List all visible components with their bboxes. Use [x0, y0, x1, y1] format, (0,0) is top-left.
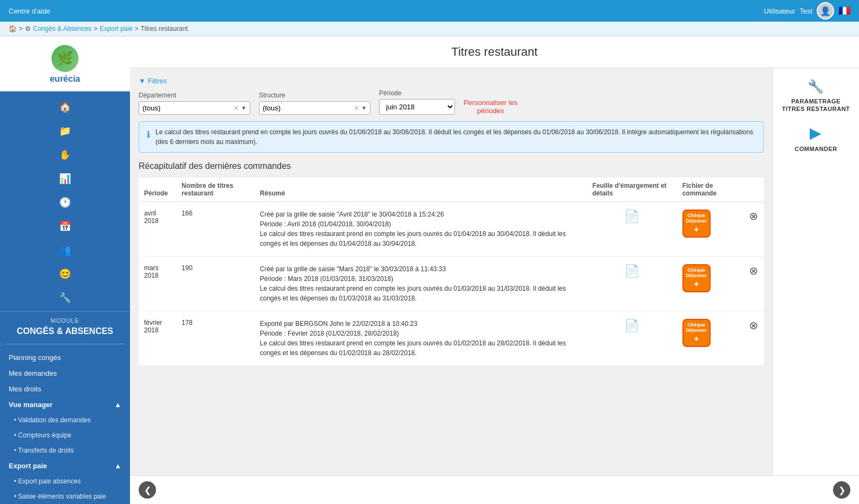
nav-arrows: ❮ ❯ [130, 475, 859, 504]
nav-icon-users[interactable]: 👥 [55, 240, 75, 260]
table-row: février 2018178Exporté par BERGSON John … [139, 311, 764, 366]
wrench-icon: 🔧 [808, 79, 824, 94]
nav-icon-folder[interactable]: 📁 [55, 121, 75, 141]
structure-clear-icon[interactable]: ✕ [354, 104, 359, 112]
logo-icon: 🌿 [51, 45, 79, 72]
col-fichier: Fichier de commande [677, 178, 744, 202]
table-header-row: Période Nombre de titres restaurant Résu… [139, 178, 764, 202]
nav-icon-face[interactable]: 😊 [55, 264, 75, 284]
col-feuille: Feuille d'émargement et détails [587, 178, 677, 202]
cell-fichier-2[interactable]: ChèqueDéjeuner+ [677, 311, 744, 366]
filter-periode: Période juin 2018 [379, 89, 455, 115]
sidebar: 🌿 eurécia 🏠 📁 ✋ 📊 🕐 📅 👥 😊 🔧 MODULE CONGÉ… [0, 36, 130, 504]
home-icon[interactable]: 🏠 [9, 25, 17, 32]
cheque-badge-2[interactable]: ChèqueDéjeuner+ [682, 319, 711, 347]
cell-nombre-0: 166 [176, 202, 254, 257]
language-flag[interactable]: 🇫🇷 [838, 5, 850, 17]
departement-caret-icon[interactable]: ▼ [241, 105, 246, 111]
cell-delete-2[interactable]: ⊗ [744, 311, 764, 366]
structure-input[interactable] [263, 104, 354, 112]
chevron-up-icon: ▲ [114, 401, 121, 409]
commandes-table: Période Nombre de titres restaurant Résu… [139, 178, 764, 365]
delete-button-1[interactable]: ⊗ [749, 265, 758, 277]
cell-delete-0[interactable]: ⊗ [744, 202, 764, 257]
sidebar-item-export-paie[interactable]: Export paie ▲ [0, 458, 130, 474]
breadcrumb: 🏠 > ⚙ Congés & Absences > Export paie > … [0, 22, 859, 36]
breadcrumb-export-paie[interactable]: Export paie [100, 25, 133, 32]
logo-area: 🌿 eurécia [0, 36, 130, 91]
user-area: Utilisateur Test 👤 🇫🇷 [764, 2, 850, 19]
nav-icon-clock[interactable]: 🕐 [55, 192, 75, 213]
sidebar-item-planning[interactable]: Planning congés [0, 350, 130, 365]
file-icon-emargement-2[interactable]: 📄 [624, 319, 639, 332]
centre-aide-label: Centre d'aide [9, 7, 50, 15]
cell-periode-0: avril 2018 [139, 202, 176, 257]
sidebar-item-demandes[interactable]: Mes demandes [0, 365, 130, 381]
cheque-badge-0[interactable]: ChèqueDéjeuner+ [682, 210, 711, 238]
prev-button[interactable]: ❮ [139, 481, 156, 499]
table-row: mars 2018190Créé par la grille de saisie… [139, 257, 764, 311]
nav-icon-home[interactable]: 🏠 [55, 97, 75, 117]
next-button[interactable]: ❯ [833, 481, 850, 499]
module-name: CONGÉS & ABSENCES [0, 326, 130, 342]
departement-input[interactable] [142, 104, 233, 112]
file-icon-emargement-1[interactable]: 📄 [624, 264, 639, 278]
filter-structure: Structure ✕ ▼ [259, 91, 370, 115]
filter-departement: Département ✕ ▼ [139, 91, 250, 115]
cell-delete-1[interactable]: ⊗ [744, 257, 764, 311]
cell-feuille-1[interactable]: 📄 [587, 257, 677, 311]
chevron-up-icon-2: ▲ [114, 462, 121, 470]
cheque-badge-1[interactable]: ChèqueDéjeuner+ [682, 264, 711, 292]
avatar[interactable]: 👤 [817, 2, 834, 19]
page-title: Titres restaurant [139, 45, 850, 59]
commander-label: COMMANDER [795, 145, 837, 153]
sidebar-item-compteurs[interactable]: • Compteurs équipe [0, 428, 130, 443]
module-label: MODULE [0, 312, 130, 326]
file-icon-emargement-0[interactable]: 📄 [624, 210, 639, 223]
personaliser-periodes-link[interactable]: Personnaliser lespériodes [464, 99, 518, 115]
parametrage-item[interactable]: 🔧 PARAMETRAGETITRES RESTAURANT [782, 79, 850, 113]
nav-icon-calendar[interactable]: 📅 [55, 216, 75, 237]
nav-icon-hand[interactable]: ✋ [55, 145, 75, 165]
cell-feuille-0[interactable]: 📄 [587, 202, 677, 257]
periode-label: Période [379, 89, 455, 97]
commander-arrow-icon: ▶ [810, 124, 822, 142]
departement-clear-icon[interactable]: ✕ [233, 104, 239, 112]
cell-feuille-2[interactable]: 📄 [587, 311, 677, 366]
page-header: Titres restaurant [130, 36, 859, 68]
nav-icon-wrench[interactable]: 🔧 [55, 287, 75, 308]
cell-nombre-1: 190 [176, 257, 254, 311]
sidebar-item-droits[interactable]: Mes droits [0, 381, 130, 397]
filters-row: Département ✕ ▼ Structure ✕ [139, 89, 764, 115]
periode-select[interactable]: juin 2018 [379, 99, 455, 115]
cell-resume-2: Exporté par BERGSON John le 22/02/2018 à… [255, 311, 587, 366]
filter-chevron-icon: ▼ [139, 77, 146, 85]
col-nombre: Nombre de titres restaurant [176, 178, 254, 202]
cell-fichier-0[interactable]: ChèqueDéjeuner+ [677, 202, 744, 257]
content-area: Titres restaurant ▼ ▼ Filtres Filtres Dé… [130, 36, 859, 504]
sidebar-item-vue-manager[interactable]: Vue manager ▲ [0, 397, 130, 413]
structure-caret-icon[interactable]: ▼ [361, 105, 367, 111]
sidebar-item-validation[interactable]: • Validation des demandes [0, 413, 130, 428]
user-label: Utilisateur [764, 7, 795, 15]
sidebar-item-export-absences[interactable]: • Export paie absences [0, 474, 130, 489]
departement-select-wrap[interactable]: ✕ ▼ [139, 101, 250, 115]
delete-button-0[interactable]: ⊗ [749, 210, 758, 222]
filters-section: ▼ ▼ Filtres Filtres Département ✕ ▼ [139, 77, 764, 115]
table-section-title: Récapitulatif des dernières commandes [139, 161, 764, 171]
col-action [744, 178, 764, 202]
commander-item[interactable]: ▶ COMMANDER [795, 124, 837, 153]
nav-icon-chart[interactable]: 📊 [55, 168, 75, 189]
structure-select-wrap[interactable]: ✕ ▼ [259, 101, 370, 115]
top-bar: Centre d'aide Utilisateur Test 👤 🇫🇷 [0, 0, 859, 22]
sidebar-item-transferts[interactable]: • Transferts de droits [0, 443, 130, 458]
delete-button-2[interactable]: ⊗ [749, 319, 758, 331]
settings-icon-small: ⚙ [25, 25, 31, 32]
sidebar-nav: Planning congés Mes demandes Mes droits … [0, 346, 130, 504]
breadcrumb-conges[interactable]: Congés & Absences [33, 25, 92, 32]
filters-toggle[interactable]: ▼ ▼ Filtres Filtres [139, 77, 764, 85]
main-content: ▼ ▼ Filtres Filtres Département ✕ ▼ [130, 68, 772, 475]
cell-fichier-1[interactable]: ChèqueDéjeuner+ [677, 257, 744, 311]
info-text: Le calcul des titres restaurant prend en… [155, 127, 756, 147]
sidebar-item-saisie[interactable]: • Saisie éléments variables paie [0, 489, 130, 504]
